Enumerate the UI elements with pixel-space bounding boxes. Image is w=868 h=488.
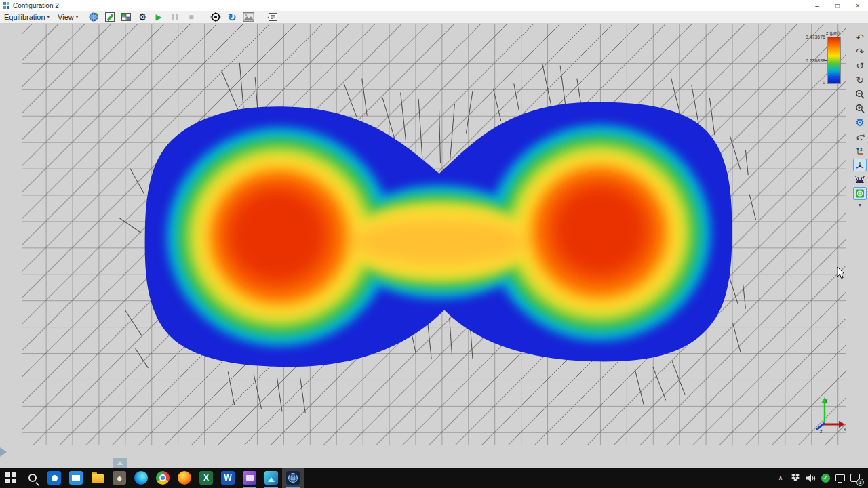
taskbar-simulation-app-active[interactable]	[282, 468, 304, 488]
chevron-down-icon: ▾	[76, 14, 79, 20]
mesh-sphere-icon	[88, 12, 99, 22]
chrome-icon	[156, 471, 170, 485]
speaker-icon	[806, 474, 816, 483]
center-view-button[interactable]	[210, 12, 222, 23]
legend-title: z (μm)	[826, 30, 840, 35]
edit-pencil-icon	[104, 12, 115, 22]
legend-tick-mark	[825, 60, 827, 61]
legend-tick-mid: 0.236838	[806, 58, 825, 63]
toolbar-buttons: ⚙ ▶ ■ ↻	[87, 12, 279, 23]
taskbar-excel[interactable]: X	[195, 468, 217, 488]
taskbar-chrome[interactable]	[152, 468, 174, 488]
app-icon	[3, 2, 9, 9]
perspective-view-button[interactable]	[853, 173, 867, 186]
start-button[interactable]	[0, 468, 22, 488]
tray-volume[interactable]	[804, 468, 816, 488]
rotate-left-button[interactable]: ↺	[853, 59, 867, 72]
log-panel-button[interactable]	[267, 12, 279, 23]
tray-notifications[interactable]: 1	[849, 468, 861, 488]
tray-defender[interactable]: ✓	[819, 468, 831, 488]
excel-icon: X	[199, 471, 213, 485]
movies-icon	[243, 471, 256, 485]
zoom-in-icon	[855, 104, 865, 113]
rotate-down-button[interactable]: ↷	[853, 45, 867, 58]
svg-text:z: z	[860, 147, 863, 152]
menu-view[interactable]: View ▾	[54, 11, 82, 24]
run-play-button[interactable]: ▶	[153, 12, 165, 23]
taskbar-outlook[interactable]	[43, 468, 65, 488]
zoom-in-button[interactable]	[853, 102, 867, 115]
rotate-up-button[interactable]: ↶	[853, 30, 867, 43]
tray-display[interactable]	[834, 468, 846, 488]
taskbar-search-button[interactable]	[22, 468, 43, 488]
close-button[interactable]: ×	[848, 0, 868, 11]
refresh-button[interactable]: ↻	[226, 12, 238, 23]
system-tray: ∧ ✓ 1	[774, 468, 861, 488]
notification-badge: 1	[856, 479, 864, 486]
windows-taskbar: ◈ X W ∧	[0, 468, 868, 488]
menu-equilibration-label: Equilibration	[4, 13, 45, 21]
menu-equilibration[interactable]: Equilibration ▾	[0, 11, 54, 24]
mouse-cursor	[837, 266, 846, 280]
legend-tick-min: 0	[823, 80, 825, 85]
edge-icon	[134, 471, 148, 485]
mesh-viewport[interactable]: z (μm) 0.473676 0.236838 0 ↶ ↷ ↺ ↻	[0, 24, 868, 468]
folder-icon	[92, 474, 104, 483]
strip-overflow-chevron[interactable]: ▾	[853, 201, 867, 208]
z-axis-view-button[interactable]: z	[853, 144, 867, 157]
tray-dropbox[interactable]	[789, 468, 802, 488]
mesh-table-button[interactable]	[120, 12, 132, 23]
edit-mesh-button[interactable]	[104, 12, 116, 23]
photos-icon	[264, 471, 278, 485]
taskbar-mail[interactable]	[65, 468, 87, 488]
maximize-button[interactable]: □	[827, 0, 848, 11]
window-controls: – □ ×	[807, 0, 868, 11]
taskbar-file-explorer[interactable]	[87, 468, 108, 488]
z-axis-icon: z	[855, 146, 865, 156]
chevron-down-icon: ▾	[47, 14, 50, 20]
outlook-icon	[47, 471, 61, 485]
image-icon	[243, 12, 254, 22]
legend-tick-max: 0.473676	[806, 35, 825, 39]
minimize-button[interactable]: –	[807, 0, 827, 11]
stop-button[interactable]: ■	[185, 12, 197, 23]
fit-target-icon	[855, 189, 865, 198]
taskbar-edge[interactable]	[130, 468, 152, 488]
free-rotate-button[interactable]	[853, 130, 867, 143]
menu-view-label: View	[58, 13, 74, 21]
scroll-up-hint[interactable]	[113, 458, 127, 468]
taskbar-app[interactable]: ◈	[108, 468, 130, 488]
taskbar-photos[interactable]	[260, 468, 282, 488]
xyz-axes-view-button[interactable]	[853, 159, 867, 171]
view-settings-gear-button[interactable]: ⚙	[853, 116, 867, 129]
pause-button[interactable]	[169, 12, 181, 23]
settings-gear-button[interactable]: ⚙	[136, 12, 149, 23]
mail-icon	[69, 471, 83, 485]
taskbar-word[interactable]: W	[217, 468, 239, 488]
viewport-edge-marker	[0, 447, 7, 457]
snapshot-button[interactable]	[242, 12, 254, 23]
form-list-icon	[267, 12, 278, 22]
app-icon: ◈	[113, 471, 126, 485]
fit-view-button[interactable]	[853, 187, 867, 200]
dropbox-icon	[791, 474, 800, 482]
display-icon	[835, 474, 845, 481]
window-title: Configuration 2	[13, 2, 59, 9]
tray-chevron-up[interactable]: ∧	[774, 468, 787, 488]
firefox-icon	[178, 471, 191, 485]
rotate-right-button[interactable]: ↻	[853, 73, 867, 86]
pause-icon	[172, 14, 178, 20]
axis-y-label: y	[825, 397, 828, 403]
taskbar-firefox[interactable]	[174, 468, 195, 488]
menu-toolbar: Equilibration ▾ View ▾	[0, 11, 868, 24]
application-window: Configuration 2 – □ × Equilibration ▾ Vi…	[0, 0, 868, 488]
word-icon: W	[221, 471, 235, 485]
colorbar-gradient	[827, 37, 841, 84]
mesh-sphere-button[interactable]	[87, 12, 100, 23]
taskbar-movies[interactable]	[239, 468, 260, 488]
title-bar: Configuration 2 – □ ×	[0, 0, 868, 11]
shield-check-icon: ✓	[821, 474, 830, 483]
orientation-axes-triad: y x z	[811, 394, 849, 434]
zoom-out-button[interactable]	[853, 87, 867, 100]
xyz-axes-icon	[855, 161, 865, 169]
